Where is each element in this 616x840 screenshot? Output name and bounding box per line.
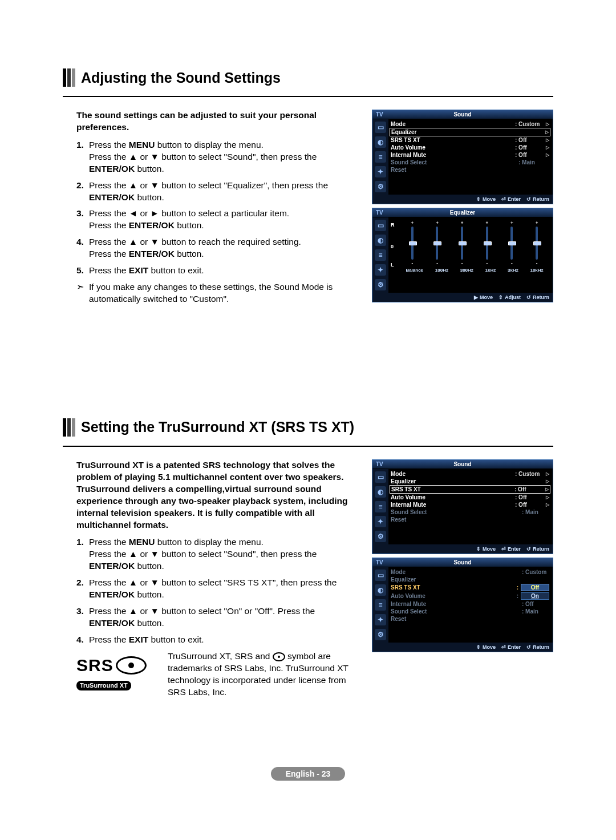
eq-slider[interactable]: +- <box>427 221 448 265</box>
step-text: Press the MENU button to display the men… <box>89 536 362 572</box>
osd-tv-label: TV <box>376 111 383 118</box>
section-2-title: Setting the TruSurround XT (SRS TS XT) <box>81 420 354 434</box>
section-1-steps: 1.Press the MENU button to display the m… <box>76 139 362 277</box>
eq-slider[interactable]: +- <box>452 221 473 265</box>
step-text: Press the ▲ or ▼ button to select "Equal… <box>89 180 362 204</box>
osd-row-reset: Reset <box>390 166 550 173</box>
osd-row-srs[interactable]: SRS TS XT: Off▷ <box>390 485 550 494</box>
osd-row-autovol[interactable]: Auto Volume: Off▷ <box>390 494 550 501</box>
osd-sound-menu-3: TVSound ▭◐≡✦⚙ Mode: Custom Equalizer SRS… <box>372 558 553 652</box>
step: 2.Press the ▲ or ▼ button to select "Equ… <box>76 180 362 204</box>
eq-left-channel-labels: R 0 L <box>391 222 395 268</box>
step-text: Press the EXIT button to exit. <box>89 265 362 277</box>
step-number: 5. <box>76 265 89 277</box>
srs-pill: TruSurround XT <box>76 681 131 690</box>
eq-band-label: 3kHz <box>508 268 518 273</box>
page-number: English - 23 <box>271 767 346 781</box>
step-number: 3. <box>76 208 89 232</box>
header-ornament <box>63 418 75 437</box>
osd-row-reset: Reset <box>390 516 550 523</box>
step: 3.Press the ◄ or ► button to select a pa… <box>76 208 362 232</box>
section-2-steps: 1.Press the MENU button to display the m… <box>76 536 362 645</box>
osd-row-soundselect: Sound Select: Main <box>390 508 550 516</box>
osd-row-intmute: Internal Mute: Off <box>390 600 550 608</box>
step: 5.Press the EXIT button to exit. <box>76 265 362 277</box>
osd-sound-menu-2: TV Sound ▭◐≡✦⚙ Mode: Custom▷ Equalizer▷ … <box>372 459 553 554</box>
osd-left-icons: ▭◐≡✦⚙ <box>372 217 388 293</box>
eq-slider[interactable]: +- <box>526 221 548 265</box>
osd-row-mode[interactable]: Mode: Custom▷ <box>390 470 550 478</box>
osd-sound-menu-1: TV Sound ▭◐≡✦⚙ Mode: Custom▷ Equalizer▷ <box>372 110 553 204</box>
section-1-title: Adjusting the Sound Settings <box>81 71 281 85</box>
osd-row-intmute[interactable]: Internal Mute: Off▷ <box>390 501 550 508</box>
page-footer: English - 23 <box>63 767 553 781</box>
step: 2.Press the ▲ or ▼ button to select "SRS… <box>76 577 362 601</box>
osd-row-equalizer: Equalizer <box>390 576 550 583</box>
section-1-intro: The sound settings can be adjusted to su… <box>76 110 362 134</box>
step: 1.Press the MENU button to display the m… <box>76 536 362 572</box>
step-number: 1. <box>76 139 89 175</box>
osd-row-soundselect: Sound Select: Main <box>390 159 550 166</box>
eq-band-label: 1kHz <box>485 268 496 273</box>
osd-row-reset: Reset <box>390 615 550 623</box>
srs-trademark-text: TruSurround XT, SRS and symbol are trade… <box>168 651 362 698</box>
osd-row-equalizer[interactable]: Equalizer▷ <box>390 478 550 485</box>
osd-row-autovol: Auto Volume: On <box>390 592 550 600</box>
srs-logo: SRS TruSurround XT <box>76 651 162 691</box>
header-ornament <box>63 68 75 87</box>
step: 4.Press the ▲ or ▼ button to reach the r… <box>76 236 362 260</box>
osd-title: Equalizer <box>450 209 475 216</box>
step-text: Press the EXIT button to exit. <box>89 634 362 646</box>
osd-equalizer: TV Equalizer ▭◐≡✦⚙ R 0 L +-+-+-+-+-+- <box>372 208 553 302</box>
eq-band-label: Balance <box>406 268 423 273</box>
osd-row-autovol[interactable]: Auto Volume: Off▷ <box>390 144 550 151</box>
eq-sliders[interactable]: +-+-+-+-+-+- <box>400 221 549 268</box>
osd-left-icons: ▭◐≡✦⚙ <box>372 119 388 195</box>
note-arrow-icon: ➣ <box>76 281 89 305</box>
eq-slider[interactable]: +- <box>402 221 423 265</box>
step-number: 2. <box>76 180 89 204</box>
eq-band-label: 100Hz <box>435 268 448 273</box>
step-number: 2. <box>76 577 89 601</box>
step-text: Press the ▲ or ▼ button to reach the req… <box>89 236 362 260</box>
srs-symbol-icon <box>273 652 285 661</box>
osd-row-soundselect: Sound Select: Main <box>390 608 550 615</box>
osd-row-srs[interactable]: SRS TS XT: Off▷ <box>390 136 550 144</box>
osd-tv-label: TV <box>376 209 383 216</box>
srs-oval-icon <box>116 656 147 675</box>
step: 3.Press the ▲ or ▼ button to select "On"… <box>76 605 362 629</box>
step-text: Press the MENU button to display the men… <box>89 139 362 175</box>
step-text: Press the ▲ or ▼ button to select "On" o… <box>89 605 362 629</box>
step-number: 1. <box>76 536 89 572</box>
eq-band-label: 10kHz <box>530 268 543 273</box>
eq-band-label: 300Hz <box>460 268 473 273</box>
step-text: Press the ▲ or ▼ button to select "SRS T… <box>89 577 362 601</box>
eq-axis-labels: Balance100Hz300Hz1kHz3kHz10kHz <box>400 268 549 274</box>
section-1-header: Adjusting the Sound Settings <box>63 68 553 87</box>
eq-slider[interactable]: +- <box>501 221 522 265</box>
osd-srs-option-off[interactable]: Off <box>521 584 549 591</box>
section-2-header: Setting the TruSurround XT (SRS TS XT) <box>63 418 553 437</box>
section-1-note: If you make any changes to these setting… <box>89 281 362 305</box>
step-number: 4. <box>76 236 89 260</box>
step-number: 3. <box>76 605 89 629</box>
osd-row-mode: Mode: Custom <box>390 568 550 576</box>
osd-srs-option-on[interactable]: On <box>521 592 549 600</box>
section-2-intro: TruSurround XT is a patented SRS technol… <box>76 459 362 531</box>
osd-row-intmute[interactable]: Internal Mute: Off▷ <box>390 151 550 159</box>
step: 4.Press the EXIT button to exit. <box>76 634 362 646</box>
osd-row-mode[interactable]: Mode: Custom▷ <box>390 120 550 128</box>
step-text: Press the ◄ or ► button to select a part… <box>89 208 362 232</box>
step-number: 4. <box>76 634 89 646</box>
osd-row-equalizer[interactable]: Equalizer▷ <box>390 128 550 136</box>
osd-row-srs-active[interactable]: SRS TS XT: Off <box>390 583 550 592</box>
eq-slider[interactable]: +- <box>476 221 497 265</box>
step: 1.Press the MENU button to display the m… <box>76 139 362 175</box>
osd-title: Sound <box>453 111 471 118</box>
